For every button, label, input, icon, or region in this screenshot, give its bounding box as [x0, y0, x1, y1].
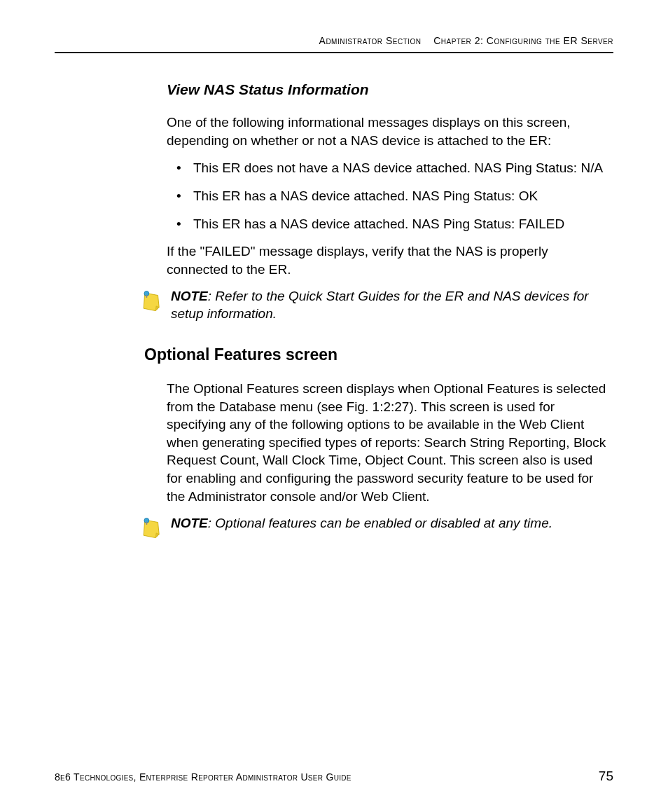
paragraph-intro: One of the following informational messa… [167, 113, 606, 149]
note-icon [140, 516, 164, 540]
page-header: Administrator Section Chapter 2: Configu… [55, 35, 613, 53]
note-block: NOTE: Optional features can be enabled o… [55, 515, 613, 540]
note-block: NOTE: Refer to the Quick Start Guides fo… [55, 288, 613, 322]
document-page: Administrator Section Chapter 2: Configu… [0, 0, 668, 812]
heading-optional-features: Optional Features screen [144, 345, 606, 364]
page-footer: 8e6 Technologies, Enterprise Reporter Ad… [55, 769, 613, 784]
list-item: This ER does not have a NAS device attac… [167, 159, 606, 177]
paragraph-failed: If the "FAILED" message displays, verify… [167, 242, 606, 278]
note-body: : Refer to the Quick Start Guides for th… [171, 289, 589, 321]
footer-text: 8e6 Technologies, Enterprise Reporter Ad… [55, 771, 352, 783]
svg-rect-1 [146, 295, 148, 298]
page-number: 75 [599, 769, 613, 784]
list-item: This ER has a NAS device attached. NAS P… [167, 187, 606, 205]
section-optional-features: Optional Features screen [55, 345, 613, 364]
paragraph-optional-features: The Optional Features screen displays wh… [167, 380, 606, 505]
note-body: : Optional features can be enabled or di… [208, 516, 552, 530]
svg-rect-3 [146, 522, 148, 525]
bullet-list: This ER does not have a NAS device attac… [167, 159, 606, 233]
section-view-nas-status: View NAS Status Information One of the f… [55, 81, 613, 278]
header-chapter: Chapter 2: Configuring the ER Server [433, 35, 613, 46]
note-text: NOTE: Refer to the Quick Start Guides fo… [171, 288, 606, 322]
note-icon [140, 289, 164, 313]
list-item: This ER has a NAS device attached. NAS P… [167, 215, 606, 233]
heading-view-nas-status: View NAS Status Information [167, 81, 606, 98]
header-section: Administrator Section [319, 35, 422, 46]
note-text: NOTE: Optional features can be enabled o… [171, 515, 552, 532]
note-label: NOTE [171, 516, 208, 530]
section-optional-features-body: The Optional Features screen displays wh… [55, 380, 613, 505]
note-label: NOTE [171, 289, 208, 303]
